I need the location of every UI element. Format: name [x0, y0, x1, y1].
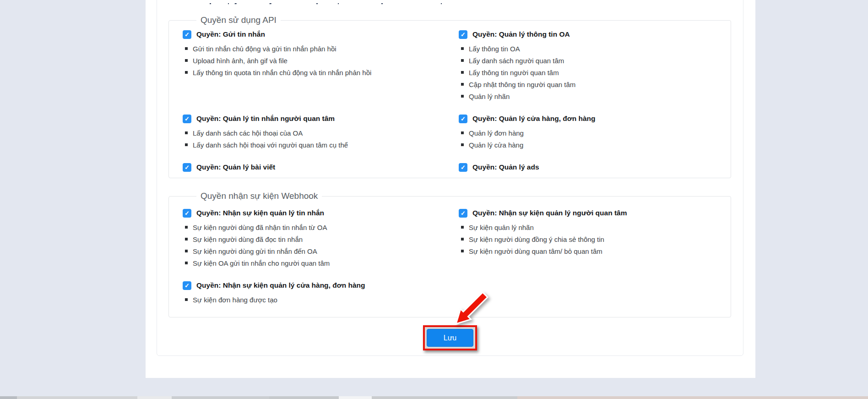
- square-bullet-icon: [185, 298, 188, 301]
- checkmark-icon: ✓: [184, 281, 190, 290]
- permission-checkbox-row[interactable]: ✓ Quyền: Quản lý cửa hàng, đơn hàng: [459, 113, 731, 124]
- square-bullet-icon: [461, 143, 464, 146]
- checkbox-checked[interactable]: ✓: [459, 163, 467, 172]
- permission-detail-item: Sự kiện OA gửi tin nhắn cho người quan t…: [183, 257, 459, 269]
- permission-detail-text: Cập nhật thông tin người quan tâm: [469, 81, 575, 88]
- permission-label: Quyền: Quản lý ads: [472, 163, 539, 171]
- checkbox-checked[interactable]: ✓: [183, 163, 191, 172]
- permission-detail-text: Lấy danh sách người quan tâm: [469, 57, 564, 65]
- permission-detail-list: Lấy danh sách các hội thoại của OA Lấy d…: [183, 127, 459, 151]
- square-bullet-icon: [461, 250, 464, 252]
- permission-detail-text: Sự kiện người dùng đồng ý chia sẻ thông …: [469, 235, 604, 243]
- square-bullet-icon: [461, 83, 464, 86]
- permission-label: Quyền: Quản lý thông tin OA: [472, 30, 570, 38]
- bottom-strip-segment: [372, 396, 517, 399]
- square-bullet-icon: [461, 59, 464, 62]
- permission-detail-list: Quản lý đơn hàng Quản lý cửa hàng: [459, 127, 731, 151]
- webhook-section-legend: Quyền nhận sự kiện Webhook: [196, 190, 322, 202]
- bottom-strip-segment: [269, 396, 339, 399]
- permissions-card: Quyền sử dụng API ✓ Quyền: Gửi tin nhắn: [157, 0, 743, 356]
- permission-detail-item: Cập nhật thông tin người quan tâm: [459, 78, 731, 90]
- permission-detail-item: Sự kiện quản lý nhãn: [459, 221, 731, 233]
- square-bullet-icon: [461, 71, 464, 74]
- bottom-strip-segment: [172, 396, 269, 399]
- permission-label: Quyền: Nhận sự kiện quản lý cửa hàng, đơ…: [196, 281, 365, 290]
- permission-detail-item: Lấy danh sách hội thoại với người quan t…: [183, 139, 459, 151]
- permission-detail-item: Lấy thông tin quota tin nhắn chủ động và…: [183, 66, 459, 78]
- permission-detail-text: Sự kiện quản lý nhãn: [469, 224, 534, 231]
- square-bullet-icon: [185, 131, 188, 134]
- permission-detail-text: Lấy danh sách hội thoại với người quan t…: [193, 141, 348, 149]
- permission-group: ✓ Quyền: Quản lý thông tin OA Lấy thông …: [459, 29, 731, 102]
- bottom-strip-segment: [339, 396, 372, 399]
- permission-detail-list: Gửi tin nhắn chủ động và gửi tin nhắn ph…: [183, 43, 459, 78]
- square-bullet-icon: [461, 238, 464, 240]
- checkmark-icon: ✓: [184, 163, 190, 172]
- permission-label: Quyền: Quản lý cửa hàng, đơn hàng: [472, 115, 596, 123]
- permission-detail-item: Lấy thông tin người quan tâm: [459, 66, 731, 78]
- permission-group: ✓ Quyền: Nhận sự kiện quản lý tin nhắn S…: [183, 208, 459, 269]
- square-bullet-icon: [185, 59, 188, 62]
- checkbox-checked[interactable]: ✓: [183, 209, 191, 218]
- checkmark-icon: ✓: [184, 30, 190, 39]
- permission-detail-list: Sự kiện đơn hàng được tạo: [183, 294, 459, 306]
- permission-detail-list: Sự kiện quản lý nhãn Sự kiện người dùng …: [459, 221, 731, 257]
- checkbox-checked[interactable]: ✓: [183, 30, 191, 39]
- square-bullet-icon: [185, 250, 188, 252]
- permission-label: Quyền: Gửi tin nhắn: [196, 30, 265, 38]
- permission-detail-text: Lấy danh sách các hội thoại của OA: [193, 129, 303, 137]
- api-permissions-section: Quyền sử dụng API ✓ Quyền: Gửi tin nhắn: [168, 14, 731, 178]
- checkmark-icon: ✓: [461, 209, 466, 218]
- permission-detail-item: Sự kiện người dùng đồng ý chia sẻ thông …: [459, 233, 731, 245]
- permission-checkbox-row[interactable]: ✓ Quyền: Quản lý tin nhắn người quan tâm: [183, 113, 459, 124]
- permission-label: Quyền: Nhận sự kiện quản lý tin nhắn: [196, 209, 324, 217]
- permission-checkbox-row[interactable]: ✓ Quyền: Gửi tin nhắn: [183, 29, 459, 40]
- permission-detail-item: Lấy thông tin OA: [459, 43, 731, 55]
- permission-group: ✓ Quyền: Quản lý cửa hàng, đơn hàng Quản…: [459, 113, 731, 151]
- permission-detail-item: Upload hình ảnh, ảnh gif và file: [183, 55, 459, 66]
- permission-detail-text: Gửi tin nhắn chủ động và gửi tin nhắn ph…: [193, 45, 336, 53]
- checkbox-checked[interactable]: ✓: [183, 115, 191, 123]
- permission-detail-list: Lấy thông tin OA Lấy danh sách người qua…: [459, 43, 731, 102]
- checkmark-icon: ✓: [184, 115, 190, 123]
- permission-detail-item: Quản lý cửa hàng: [459, 139, 731, 151]
- checkmark-icon: ✓: [461, 115, 466, 123]
- permission-group: ✓ Quyền: Quản lý tin nhắn người quan tâm…: [183, 113, 459, 151]
- permission-group: ✓ Quyền: Nhận sự kiện quản lý người quan…: [459, 208, 731, 257]
- permission-label: Quyền: Quản lý bài viết: [196, 163, 275, 171]
- permission-detail-text: Upload hình ảnh, ảnh gif và file: [193, 57, 288, 65]
- permission-checkbox-row[interactable]: ✓ Quyền: Nhận sự kiện quản lý người quan…: [459, 208, 731, 219]
- square-bullet-icon: [185, 143, 188, 146]
- bottom-strip-segment: [517, 396, 868, 399]
- permission-detail-item: Lấy danh sách các hội thoại của OA: [183, 127, 459, 139]
- square-bullet-icon: [461, 226, 464, 229]
- checkmark-icon: ✓: [184, 209, 190, 218]
- square-bullet-icon: [461, 47, 464, 50]
- permission-group: ✓ Quyền: Gửi tin nhắn Gửi tin nhắn chủ đ…: [183, 29, 459, 78]
- permission-detail-text: Quản lý cửa hàng: [469, 141, 523, 149]
- permission-detail-item: Sự kiện người dùng quan tâm/ bỏ quan tâm: [459, 245, 731, 257]
- permission-checkbox-row[interactable]: ✓ Quyền: Nhận sự kiện quản lý tin nhắn: [183, 208, 459, 219]
- permission-checkbox-row[interactable]: ✓ Quyền: Quản lý thông tin OA: [459, 29, 731, 40]
- permission-detail-text: Sự kiện đơn hàng được tạo: [193, 296, 277, 304]
- permission-checkbox-row[interactable]: ✓ Quyền: Nhận sự kiện quản lý cửa hàng, …: [183, 280, 459, 291]
- permission-detail-text: Sự kiện người dùng đã nhận tin nhắn từ O…: [193, 224, 327, 231]
- square-bullet-icon: [461, 131, 464, 134]
- permission-checkbox-row[interactable]: ✓ Quyền: Quản lý ads: [459, 162, 731, 173]
- permission-detail-text: Sự kiện người dùng đã đọc tin nhắn: [193, 235, 303, 243]
- save-button[interactable]: Lưu: [427, 329, 473, 347]
- square-bullet-icon: [461, 95, 464, 98]
- permission-checkbox-row[interactable]: ✓ Quyền: Quản lý bài viết: [183, 162, 459, 173]
- permission-detail-item: Sự kiện đơn hàng được tạo: [183, 294, 459, 306]
- cropped-text-marks: [184, 3, 597, 4]
- red-arrow-icon: [452, 283, 507, 327]
- checkmark-icon: ✓: [461, 30, 466, 39]
- permission-detail-item: Sự kiện người dùng đã đọc tin nhắn: [183, 233, 459, 245]
- checkbox-checked[interactable]: ✓: [459, 30, 467, 39]
- api-permissions-grid: ✓ Quyền: Gửi tin nhắn Gửi tin nhắn chủ đ…: [183, 29, 731, 175]
- checkbox-checked[interactable]: ✓: [183, 281, 191, 290]
- checkbox-checked[interactable]: ✓: [459, 209, 467, 218]
- webhook-permissions-section: Quyền nhận sự kiện Webhook ✓ Quyền: Nhận…: [168, 190, 731, 317]
- checkbox-checked[interactable]: ✓: [459, 115, 467, 123]
- permission-detail-item: Lấy danh sách người quan tâm: [459, 55, 731, 66]
